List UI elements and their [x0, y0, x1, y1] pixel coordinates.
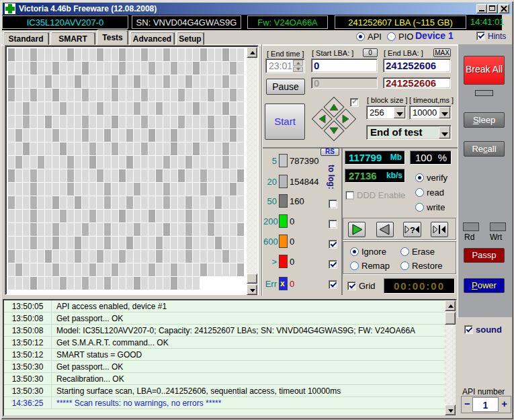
svg-text:?: ?	[410, 225, 415, 235]
